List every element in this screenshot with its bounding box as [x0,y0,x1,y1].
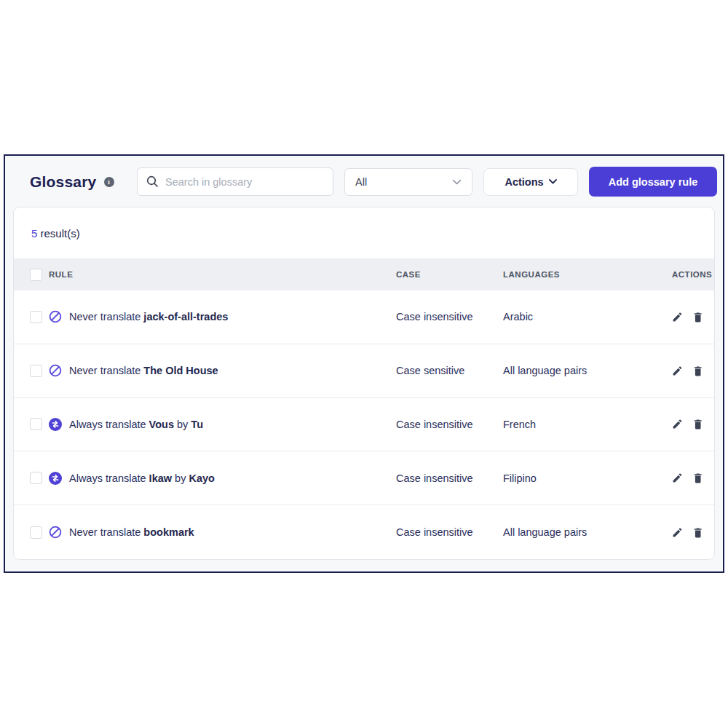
page-title: Glossary [30,173,97,191]
prohibition-icon [49,526,62,539]
rule-text: Always translate Vous by Tu [69,419,203,430]
actions-menu-label: Actions [505,176,543,188]
case-value: Case insensitive [396,419,503,430]
prohibition-icon [49,310,62,323]
info-icon[interactable]: i [104,177,114,187]
table-row: Never translate bookmark Case insensitiv… [14,505,714,559]
delete-button[interactable] [692,311,704,323]
filter-dropdown[interactable]: All [344,168,472,196]
case-value: Case insensitive [396,526,503,538]
results-count: 5 result(s) [14,207,714,258]
table-header-row: RULE CASE LANGUAGES ACTIONS [14,258,714,290]
chevron-down-icon [549,179,557,184]
prohibition-icon [49,364,62,377]
row-checkbox[interactable] [30,311,42,323]
delete-button[interactable] [692,365,704,377]
rule-text: Never translate bookmark [69,526,194,538]
edit-button[interactable] [671,311,684,323]
delete-button[interactable] [692,418,704,430]
swap-arrows-icon [49,472,62,485]
table-row: Never translate jack-of-all-trades Case … [14,290,714,344]
case-value: Case sensitive [396,365,503,376]
add-glossary-rule-button[interactable]: Add glossary rule [589,167,717,197]
languages-value: All language pairs [503,365,672,376]
edit-button[interactable] [671,365,684,377]
search-input[interactable] [165,176,324,188]
row-checkbox[interactable] [30,472,42,484]
delete-button[interactable] [692,472,704,484]
table-row: Never translate The Old House Case sensi… [14,344,714,398]
edit-button[interactable] [671,418,684,430]
row-checkbox[interactable] [30,365,42,377]
edit-button[interactable] [671,472,684,484]
filter-selected-value: All [355,176,367,188]
toolbar: Glossary i All Actions Add gloss [5,156,723,207]
table-row: Always translate Vous by Tu Case insensi… [14,398,714,452]
results-count-label: result(s) [37,227,79,240]
languages-value: Filipino [503,472,672,484]
rule-text: Never translate jack-of-all-trades [69,311,228,323]
case-value: Case insensitive [396,472,503,484]
search-icon [146,175,159,188]
column-header-actions: ACTIONS [672,270,704,279]
languages-value: French [503,419,672,430]
search-box [137,167,333,196]
case-value: Case insensitive [396,311,503,323]
title-wrap: Glossary i [30,173,126,191]
column-header-case: CASE [396,270,503,279]
table-row: Always translate Ikaw by Kayo Case insen… [14,451,714,505]
languages-value: Arabic [503,311,672,323]
actions-menu-button[interactable]: Actions [483,168,578,196]
row-checkbox[interactable] [30,418,42,430]
edit-button[interactable] [671,526,684,539]
column-header-rule: RULE [49,270,396,279]
delete-button[interactable] [692,526,704,539]
row-checkbox[interactable] [30,526,42,539]
swap-arrows-icon [49,418,62,431]
glossary-panel: Glossary i All Actions Add gloss [4,154,724,573]
results-card: 5 result(s) RULE CASE LANGUAGES ACTIONS … [13,207,715,560]
languages-value: All language pairs [503,526,672,538]
select-all-checkbox[interactable] [30,269,42,281]
column-header-languages: LANGUAGES [503,270,672,279]
rule-text: Always translate Ikaw by Kayo [69,472,215,484]
rule-text: Never translate The Old House [69,365,218,376]
chevron-down-icon [452,179,462,185]
